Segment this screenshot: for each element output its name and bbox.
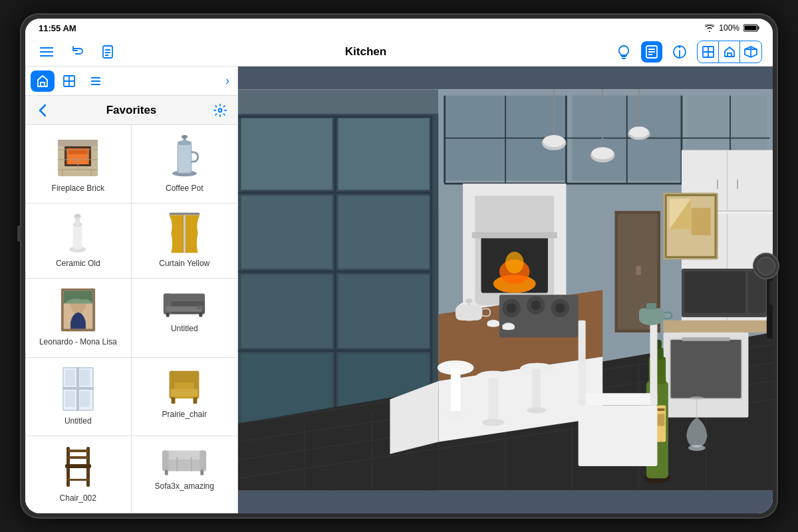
library-button[interactable] bbox=[641, 41, 662, 63]
svg-point-159 bbox=[555, 303, 565, 313]
item-label-fireplace: Fireplace Brick bbox=[52, 184, 104, 194]
svg-rect-174 bbox=[532, 369, 541, 412]
svg-rect-161 bbox=[456, 305, 482, 321]
svg-point-203 bbox=[592, 147, 614, 159]
svg-rect-168 bbox=[451, 368, 461, 416]
svg-rect-96 bbox=[200, 450, 207, 469]
home-button-inner bbox=[757, 257, 775, 275]
toolbar-title: Kitchen bbox=[150, 45, 581, 59]
svg-point-162 bbox=[466, 299, 473, 303]
item-label-ceramic: Ceramic Old bbox=[56, 259, 100, 269]
toolbar: Kitchen bbox=[25, 37, 773, 66]
item-label-sofa3x: Sofa3x_amazing bbox=[155, 481, 214, 492]
svg-point-50 bbox=[178, 140, 190, 144]
svg-rect-108 bbox=[338, 196, 430, 269]
title-text: Kitchen bbox=[345, 45, 386, 58]
toolbar-left bbox=[36, 41, 142, 63]
list-item[interactable]: Untitled bbox=[25, 358, 132, 436]
tab-home[interactable] bbox=[31, 70, 55, 92]
home-button[interactable] bbox=[753, 253, 779, 279]
svg-point-56 bbox=[74, 213, 80, 217]
svg-rect-73 bbox=[76, 367, 79, 411]
item-label-curtain: Curtain Yellow bbox=[159, 259, 209, 269]
svg-rect-171 bbox=[488, 378, 498, 424]
list-item[interactable]: Chair_002 bbox=[25, 436, 132, 513]
svg-rect-83 bbox=[172, 397, 176, 404]
svg-rect-100 bbox=[201, 469, 204, 475]
list-item[interactable]: Leonardo - Mona Lisa bbox=[25, 279, 132, 357]
svg-rect-99 bbox=[165, 469, 168, 475]
svg-rect-20 bbox=[728, 53, 732, 57]
sidebar-title: Favorites bbox=[57, 104, 205, 117]
list-item[interactable]: Sofa3x_amazing bbox=[132, 436, 238, 513]
tab-floorplan[interactable] bbox=[57, 70, 81, 92]
kitchen-scene-svg bbox=[238, 66, 773, 513]
info-button[interactable] bbox=[669, 41, 690, 63]
svg-rect-77 bbox=[80, 391, 90, 407]
item-thumbnail-sofa bbox=[161, 287, 207, 320]
favorites-header: Favorites bbox=[25, 96, 237, 125]
sidebar-tab-bar: › bbox=[25, 66, 237, 96]
svg-point-155 bbox=[507, 303, 517, 313]
svg-rect-90 bbox=[66, 468, 70, 487]
list-item[interactable]: Fireplace Brick bbox=[25, 125, 132, 203]
favorites-settings-button[interactable] bbox=[211, 101, 229, 120]
list-item[interactable]: Coffee Pot bbox=[132, 125, 238, 203]
svg-rect-35 bbox=[58, 140, 98, 146]
lightbulb-button[interactable] bbox=[613, 41, 634, 63]
menu-button[interactable] bbox=[36, 41, 57, 63]
svg-rect-149 bbox=[472, 232, 557, 238]
svg-rect-6 bbox=[103, 46, 112, 58]
document-button[interactable] bbox=[97, 41, 118, 63]
3d-view-button[interactable] bbox=[740, 41, 761, 63]
svg-rect-109 bbox=[241, 275, 332, 348]
battery-percent: 100% bbox=[719, 23, 739, 33]
tablet-screen: 11:55 AM 100% bbox=[25, 19, 773, 513]
status-time: 11:55 AM bbox=[39, 23, 76, 33]
sidebar-more-button[interactable]: › bbox=[223, 74, 232, 88]
tab-list[interactable] bbox=[84, 70, 108, 92]
list-item[interactable]: Untitled bbox=[132, 279, 238, 357]
svg-rect-166 bbox=[502, 325, 514, 329]
svg-rect-190 bbox=[682, 337, 730, 340]
floorplan-view-button[interactable] bbox=[698, 41, 719, 63]
svg-rect-195 bbox=[769, 281, 773, 305]
svg-rect-74 bbox=[65, 370, 75, 386]
svg-rect-66 bbox=[166, 307, 202, 312]
svg-rect-88 bbox=[68, 450, 88, 452]
toolbar-right bbox=[589, 41, 762, 63]
svg-rect-228 bbox=[579, 406, 658, 466]
3d-view[interactable] bbox=[238, 66, 773, 513]
camera-button bbox=[17, 225, 21, 241]
svg-rect-106 bbox=[338, 117, 430, 190]
list-item[interactable]: Ceramic Old bbox=[25, 203, 132, 279]
svg-rect-232 bbox=[639, 308, 664, 320]
battery-icon bbox=[743, 24, 759, 32]
item-thumbnail-monalisa bbox=[60, 287, 96, 333]
item-thumbnail-chair002 bbox=[60, 444, 96, 489]
view-toggle-group bbox=[697, 41, 762, 63]
item-label-untitled-sofa: Untitled bbox=[171, 324, 198, 334]
svg-rect-189 bbox=[671, 340, 741, 398]
back-button[interactable] bbox=[33, 101, 52, 120]
svg-rect-82 bbox=[171, 389, 198, 397]
undo-button[interactable] bbox=[66, 41, 88, 63]
svg-point-175 bbox=[527, 407, 546, 413]
svg-point-169 bbox=[445, 411, 467, 418]
svg-rect-164 bbox=[487, 322, 499, 327]
svg-rect-57 bbox=[169, 213, 200, 215]
svg-rect-227 bbox=[579, 393, 658, 405]
favorites-grid: Fireplace Brick bbox=[25, 125, 237, 513]
item-thumbnail-fireplace bbox=[55, 133, 101, 180]
svg-point-172 bbox=[482, 419, 504, 426]
list-item[interactable]: Prairie_chair bbox=[132, 358, 238, 436]
wifi-icon bbox=[704, 24, 715, 32]
svg-point-226 bbox=[690, 396, 704, 400]
house-view-button[interactable] bbox=[719, 41, 740, 63]
svg-rect-182 bbox=[717, 180, 718, 190]
sidebar: › Favorites bbox=[25, 66, 238, 513]
svg-rect-65 bbox=[164, 294, 205, 302]
svg-rect-67 bbox=[198, 305, 204, 309]
svg-rect-46 bbox=[178, 144, 190, 172]
list-item[interactable]: Curtain Yellow bbox=[132, 203, 238, 279]
